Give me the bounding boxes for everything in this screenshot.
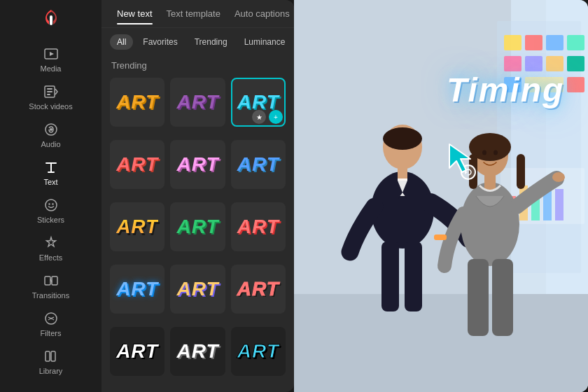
sidebar-item-library[interactable]: Library [0,342,102,379]
sidebar-item-media[interactable]: Media [0,39,102,77]
sidebar-item-text[interactable]: Text [0,153,102,190]
text-item-13[interactable]: ART [110,327,164,376]
sidebar-item-media-label: Media [41,64,62,73]
svg-rect-32 [567,77,584,92]
svg-rect-27 [525,56,542,71]
text-item-3[interactable]: ART ★ + [231,78,286,127]
sidebar-item-transitions[interactable]: Transitions [0,266,102,304]
filters-icon [43,311,59,326]
item-3-star-button[interactable]: ★ [252,110,266,124]
canvas-photo [294,0,588,392]
text-item-2[interactable]: ART [170,78,225,127]
text-item-12[interactable]: ART [231,265,286,314]
svg-point-41 [383,127,422,150]
sidebar-item-filters[interactable]: Filters [0,304,102,342]
filter-luminance[interactable]: Luminance [237,34,293,50]
svg-marker-2 [50,52,54,56]
svg-rect-0 [50,15,52,25]
svg-rect-25 [567,35,584,50]
text-item-8[interactable]: ART [170,202,225,251]
app-logo[interactable] [38,6,64,31]
svg-rect-6 [47,94,50,95]
text-item-1[interactable]: ART [110,78,164,127]
stock-videos-icon [43,84,59,99]
svg-rect-23 [525,35,542,50]
svg-rect-59 [492,259,513,336]
sidebar: Media Stock videos Audio [0,0,102,392]
text-item-10-label: ART [116,278,158,300]
text-item-14[interactable]: ART [170,327,225,376]
text-item-13-label: ART [116,340,158,363]
svg-rect-16 [51,351,55,361]
sidebar-item-filters-label: Filters [41,329,62,337]
svg-point-10 [48,203,50,204]
media-icon [43,46,59,62]
svg-rect-58 [468,259,489,336]
svg-rect-48 [405,241,422,312]
text-item-10[interactable]: ART [110,265,164,314]
filter-trending[interactable]: Trending [188,34,234,50]
text-item-11-label: ART [176,278,218,300]
audio-icon [43,122,59,137]
tab-auto-captions[interactable]: Auto captions [227,3,294,24]
text-item-7[interactable]: ART [110,202,164,251]
svg-rect-26 [504,56,522,71]
svg-rect-15 [46,351,50,361]
svg-rect-47 [382,241,399,312]
svg-rect-54 [517,154,525,189]
text-item-4[interactable]: ART [110,140,164,189]
timing-overlay-text[interactable]: Timing [447,71,564,109]
text-item-9[interactable]: ART [231,202,286,251]
text-item-6-label: ART [237,153,279,176]
sidebar-item-audio[interactable]: Audio [0,115,102,153]
text-item-15-label: ART [237,340,279,363]
sidebar-item-stickers[interactable]: Stickers [0,190,102,228]
tab-new-text[interactable]: New text [110,3,160,24]
item-3-add-button[interactable]: + [269,110,283,124]
effects-icon [43,235,59,251]
sidebar-item-library-label: Library [39,367,63,375]
text-item-7-label: ART [116,216,158,238]
svg-rect-20 [294,294,588,392]
svg-point-11 [52,203,53,204]
item-3-actions: ★ + [252,110,283,124]
sidebar-item-transitions-label: Transitions [32,291,69,300]
sidebar-item-effects[interactable]: Effects [0,228,102,266]
svg-point-56 [493,150,498,155]
svg-point-8 [50,128,52,131]
text-item-4-label: ART [116,153,158,176]
text-panel: New text Text template Auto captions All… [102,0,294,392]
text-items-grid: ART ART ART ★ + ART ART ART ART ART [102,75,294,392]
text-item-15[interactable]: ART [231,327,286,376]
sidebar-item-stickers-label: Stickers [37,216,64,224]
text-item-8-label: ART [176,216,218,238]
section-title: Trending [102,56,294,75]
svg-point-49 [461,182,519,266]
text-item-5-label: ART [176,153,218,176]
sidebar-item-stock-videos[interactable]: Stock videos [0,77,102,115]
transitions-icon [43,273,59,288]
tab-text-template[interactable]: Text template [160,3,227,24]
stickers-icon [43,197,59,213]
svg-rect-24 [546,35,564,50]
svg-rect-12 [45,276,50,285]
text-item-9-label: ART [237,216,279,238]
svg-rect-13 [52,276,57,285]
svg-rect-29 [567,56,584,71]
svg-rect-4 [47,88,52,90]
svg-point-9 [46,200,57,211]
svg-rect-28 [546,56,564,71]
filter-favorites[interactable]: Favorites [136,34,184,50]
text-item-6[interactable]: ART [231,140,286,189]
sidebar-item-audio-label: Audio [41,140,60,148]
text-item-5[interactable]: ART [170,140,225,189]
sidebar-item-text-label: Text [43,178,57,186]
library-icon [43,349,59,364]
svg-rect-38 [555,189,564,220]
text-item-14-label: ART [176,340,218,363]
filter-bar: All Favorites Trending Luminance ▾ [102,28,294,56]
text-item-11[interactable]: ART [170,265,225,314]
text-item-12-label: ART [237,278,279,300]
canvas-area: Timing [294,0,588,392]
filter-all[interactable]: All [110,34,133,50]
